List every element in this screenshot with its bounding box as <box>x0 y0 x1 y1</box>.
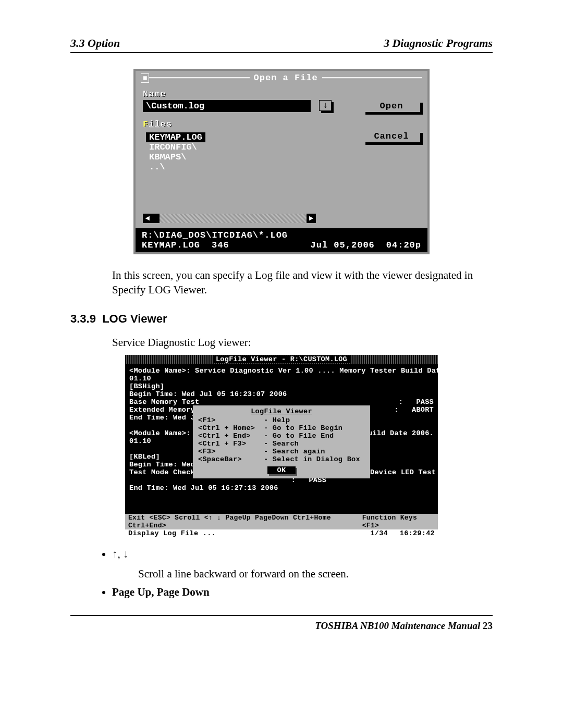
status-date: Jul 05,2006 <box>311 240 375 250</box>
current-path: R:\DIAG_DOS\ITCDIAG\*.LOG <box>142 230 421 240</box>
list-item[interactable]: ..\ <box>146 162 308 172</box>
section-title: LOG Viewer <box>102 312 167 325</box>
paragraph: Service Diagnostic Log viewer: <box>112 335 493 350</box>
open-file-dialog: ■ Open a File Name \Custom.log ↓ Open Fi… <box>133 69 430 254</box>
name-input[interactable]: \Custom.log <box>143 100 311 112</box>
cancel-button[interactable]: Cancel <box>363 130 420 142</box>
paragraph: In this screen, you can specify a Log fi… <box>112 268 493 298</box>
status-clock: 16:29:42 <box>388 529 435 537</box>
section-number: 3.3.9 <box>70 312 96 325</box>
horizontal-scrollbar[interactable]: ◄► <box>143 214 316 223</box>
help-overlay: LogFile Viewer <F1> - Help <Ctrl + Home>… <box>193 405 370 478</box>
page-number: 23 <box>483 620 493 631</box>
name-label: Name <box>143 89 420 99</box>
hint-right: Function Keys <F1> <box>362 514 435 529</box>
close-icon[interactable]: ■ <box>141 73 149 83</box>
footer-manual: TOSHIBA NB100 Maintenance Manual <box>315 620 483 631</box>
ok-button[interactable]: OK <box>267 466 296 474</box>
bullet-arrows: ↑, ↓ <box>112 548 129 560</box>
status-position: 1/34 <box>351 529 388 537</box>
list-item[interactable]: KEYMAP.LOG <box>146 132 205 142</box>
status-filename: KEYMAP.LOG <box>142 240 200 250</box>
header-right: 3 Diagnostic Programs <box>384 36 493 50</box>
overlay-title: LogFile Viewer <box>198 408 365 415</box>
list-item[interactable]: KBMAPS\ <box>146 152 308 162</box>
log-viewer-screenshot: LogFile Viewer - R:\CUSTOM.LOG <Module N… <box>125 355 438 537</box>
files-label: iles <box>149 119 172 129</box>
dialog-title: Open a File <box>250 73 322 83</box>
list-item[interactable]: IRCONFIG\ <box>146 142 308 152</box>
history-dropdown-icon[interactable]: ↓ <box>319 100 332 111</box>
hint-left: Exit <ESC> Scroll <↑ ↓ PageUp PageDown C… <box>128 514 362 529</box>
logviewer-title: LogFile Viewer - R:\CUSTOM.LOG <box>213 355 350 363</box>
bullet-desc: Scroll a line backward or forward on the… <box>138 566 493 581</box>
bullet-pageupdown: Page Up, Page Down <box>112 585 493 599</box>
files-listbox[interactable]: KEYMAP.LOG IRCONFIG\ KBMAPS\ ..\ <box>143 130 323 213</box>
status-time: 04:20p <box>386 240 421 250</box>
status-text: Display Log File ... <box>128 529 351 537</box>
open-button[interactable]: Open <box>363 100 420 112</box>
header-left: 3.3 Option <box>70 36 120 50</box>
status-size: 346 <box>212 240 229 250</box>
